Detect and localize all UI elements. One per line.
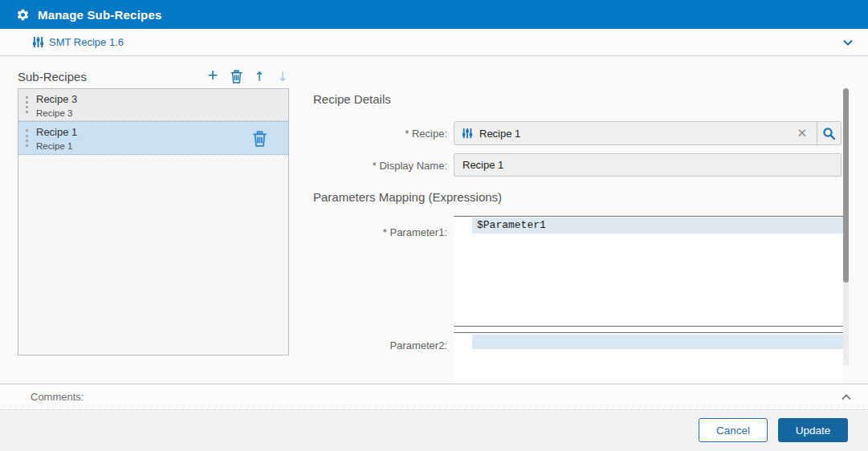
move-up-button[interactable]: ↑ [253,69,266,83]
sub-recipes-toolbar: + ↑ ↓ [206,69,289,83]
dialog-footer: Cancel Update [0,411,868,451]
parameter2-expression-editor[interactable] [472,335,843,349]
sub-recipes-header: Sub-Recipes + ↑ ↓ [18,69,289,83]
add-sub-recipe-button[interactable]: + [206,68,219,83]
scrollbar-thumb[interactable] [843,88,849,282]
item-display-name: Recipe 3 [36,107,288,120]
item-name: Recipe 1 [36,125,288,140]
parameter1-expression: $Parameter1 [477,219,546,231]
parameter2-label: Parameter2: [313,339,447,351]
comments-section[interactable]: Comments: [0,384,868,410]
sub-recipes-list: Recipe 3 Recipe 3 Recipe 1 Recipe 1 [18,88,289,356]
update-button[interactable]: Update [778,418,848,442]
clear-recipe-icon[interactable]: ✕ [787,126,817,140]
expression-editors: $Parameter1 [454,216,843,384]
manage-sub-recipes-dialog: Manage Sub-Recipes SMT Recipe 1.6 Sub-Re… [0,0,868,451]
recipe-header-row[interactable]: SMT Recipe 1.6 [0,29,868,56]
chevron-down-icon[interactable] [841,35,855,50]
editor-border [454,216,843,217]
chevron-up-icon[interactable] [839,390,854,404]
move-down-button[interactable]: ↓ [276,69,289,83]
delete-item-icon[interactable] [252,131,267,147]
editor-border [454,332,843,333]
list-item-recipe-3[interactable]: Recipe 3 Recipe 3 [18,89,288,121]
dialog-content: Sub-Recipes + ↑ ↓ Recipe 3 Recipe 3 Reci… [0,56,868,384]
recipe-value: Recipe 1 [479,128,520,140]
drag-handle-icon[interactable] [26,96,28,113]
parameter1-expression-editor[interactable]: $Parameter1 [472,217,843,234]
drag-handle-icon[interactable] [26,129,28,147]
cancel-button[interactable]: Cancel [699,418,768,442]
parameters-heading: Parameters Mapping (Expressions) [313,190,502,204]
editor-border [454,326,843,327]
recipe-label: * Recipe: [313,128,447,140]
sub-recipes-title: Sub-Recipes [18,70,87,83]
sliders-icon [32,36,44,48]
dialog-title: Manage Sub-Recipes [38,8,161,22]
display-name-value: Recipe 1 [463,159,503,171]
parent-recipe-name: SMT Recipe 1.6 [49,36,124,48]
dialog-titlebar: Manage Sub-Recipes [0,0,868,29]
display-name-label: * Display Name: [313,160,447,172]
scrollbar-track[interactable] [843,282,849,365]
recipe-combobox[interactable]: Recipe 1 ✕ [454,121,842,145]
recipe-details-heading: Recipe Details [313,92,391,106]
display-name-input[interactable]: Recipe 1 [454,153,842,177]
list-item-recipe-1[interactable]: Recipe 1 Recipe 1 [18,121,288,155]
sliders-icon [462,128,473,139]
item-display-name: Recipe 1 [36,140,288,152]
item-name: Recipe 3 [36,92,288,107]
comments-label: Comments: [31,391,84,403]
delete-sub-recipe-button[interactable] [230,69,242,83]
gear-icon [16,8,30,22]
search-recipe-button[interactable] [817,122,841,144]
parameter1-label: * Parameter1: [313,226,447,238]
